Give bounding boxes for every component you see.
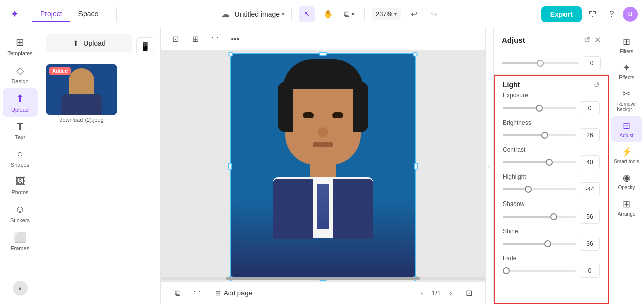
top-slider-value: 0 [583, 56, 601, 70]
undo-btn[interactable]: ↩ [406, 7, 421, 22]
frame-options-btn[interactable]: ⧉ ▾ [341, 6, 357, 22]
frames-icon: ⬜ [14, 231, 26, 243]
pan-tool-btn[interactable]: ✋ [320, 6, 336, 22]
light-title: Light [503, 81, 520, 89]
sidebar-item-frames[interactable]: ⬜ Frames [3, 227, 38, 255]
stickers-icon: ☺ [15, 204, 25, 215]
footer-right: ‹ 1/1 › ⊡ [416, 285, 477, 301]
exposure-thumb[interactable] [536, 105, 543, 112]
opacity-label: Opacity [618, 185, 635, 190]
logo-icon: ✦ [6, 6, 22, 22]
fade-thumb[interactable] [503, 267, 510, 274]
templates-icon: ⊞ [16, 36, 24, 48]
horizontal-scrollbar[interactable] [161, 277, 485, 280]
left-sidebar: ⊞ Templates ◇ Design ⬆ Upload T Text ○ S… [0, 28, 40, 304]
tab-space[interactable]: Space [70, 7, 107, 22]
handle-top-middle[interactable] [319, 52, 327, 56]
prev-page-btn[interactable]: ‹ [416, 287, 428, 299]
exposure-label: Exposure [503, 92, 600, 99]
text-icon: T [17, 121, 23, 132]
canvas-frame[interactable] [230, 53, 416, 279]
fit-page-btn[interactable]: ⊡ [461, 285, 477, 301]
delete-page-btn[interactable]: 🗑 [189, 285, 205, 301]
right-item-remove-bg[interactable]: ✂ Remove backgr... [611, 84, 642, 116]
export-btn[interactable]: Export [541, 6, 582, 22]
exposure-slider-track[interactable] [503, 107, 576, 109]
handle-middle-left[interactable] [228, 163, 232, 170]
sidebar-item-design[interactable]: ◇ Design [3, 60, 38, 88]
page-nav: ‹ 1/1 › [416, 287, 457, 299]
topbar-tabs: Project Space [32, 7, 106, 22]
design-icon: ◇ [16, 64, 24, 76]
shine-slider-track[interactable] [503, 243, 576, 245]
handle-top-right[interactable] [413, 52, 418, 57]
redo-btn[interactable]: ↪ [426, 7, 441, 22]
add-page-btn[interactable]: ⊞ Add page [209, 286, 258, 300]
right-item-adjust[interactable]: ⊟ Adjust [611, 116, 642, 142]
sidebar-item-templates[interactable]: ⊞ Templates [3, 32, 38, 60]
right-item-filters[interactable]: ⊞ Filters [611, 32, 642, 58]
user-avatar[interactable]: U [623, 7, 638, 22]
duplicate-page-btn[interactable]: ⧉ [169, 285, 185, 301]
contrast-thumb[interactable] [546, 159, 553, 166]
zoom-control[interactable]: 237% ▾ [372, 8, 401, 20]
sidebar-item-photos[interactable]: 🖼 Photos [3, 172, 38, 199]
file-title-btn[interactable]: Untitled image ▾ [235, 10, 285, 18]
light-reset-btn[interactable]: ↺ [594, 81, 600, 89]
right-item-opacity[interactable]: ◉ Opacity [611, 168, 642, 194]
adjust-close-btn[interactable]: ✕ [594, 35, 601, 45]
right-item-effects[interactable]: ✦ Effects [611, 58, 642, 84]
shadow-slider-track[interactable] [503, 216, 576, 218]
uploaded-image-card[interactable]: Added download (2).jpeg [46, 64, 117, 123]
divider [291, 8, 292, 20]
sidebar-item-upload[interactable]: ⬆ Upload [3, 88, 38, 117]
brightness-fill [503, 134, 545, 136]
panel-top-row: ⬆ Upload 📱 [46, 34, 154, 58]
highlight-value: -44 [580, 182, 600, 196]
sidebar-item-shapes[interactable]: ○ Shapes [3, 144, 38, 172]
top-slider-track[interactable] [502, 62, 579, 64]
more-options-btn[interactable]: ••• [227, 31, 244, 47]
brightness-thumb[interactable] [541, 132, 548, 139]
adjust-icon: ⊟ [623, 120, 630, 131]
contrast-slider-track[interactable] [503, 161, 576, 163]
align-btn[interactable]: ⊞ [187, 31, 203, 47]
adjust-reset-btn[interactable]: ↺ [584, 35, 590, 45]
file-chevron-icon: ▾ [282, 11, 284, 17]
help-btn[interactable]: ? [604, 6, 620, 22]
mobile-view-btn[interactable]: 📱 [136, 37, 154, 55]
canvas-body: Page 1 [161, 50, 485, 282]
crop-btn[interactable]: ⊡ [167, 31, 183, 47]
upload-button[interactable]: ⬆ Upload [46, 34, 132, 52]
brightness-slider-track[interactable] [503, 134, 576, 136]
sidebar-item-text[interactable]: T Text [3, 117, 38, 144]
next-page-btn[interactable]: › [445, 287, 457, 299]
shadow-controls: 56 [503, 210, 600, 224]
portrait-image [231, 54, 415, 278]
sidebar-collapse-btn[interactable]: ∨ [13, 281, 28, 296]
shadow-thumb[interactable] [550, 213, 557, 220]
shine-thumb[interactable] [544, 240, 551, 247]
zoom-value: 237% [376, 10, 392, 18]
delete-element-btn[interactable]: 🗑 [207, 31, 223, 47]
tab-project[interactable]: Project [32, 7, 70, 22]
sidebar-item-stickers[interactable]: ☺ Stickers [3, 199, 38, 227]
shield-btn[interactable]: 🛡 [585, 6, 601, 22]
shine-fill [503, 243, 548, 245]
top-slider-thumb[interactable] [537, 60, 544, 67]
highlight-slider-track[interactable] [503, 188, 576, 190]
upload-panel: ⬆ Upload 📱 Added download (2).jpeg [40, 28, 161, 304]
shine-controls: 36 [503, 237, 600, 251]
fade-slider-track[interactable] [503, 270, 576, 272]
arrange-label: Arrange [618, 211, 636, 217]
top-slider: 0 [502, 56, 601, 70]
handle-middle-right[interactable] [414, 163, 418, 170]
right-item-arrange[interactable]: ⊞ Arrange [611, 194, 642, 221]
highlight-thumb[interactable] [525, 186, 532, 193]
handle-top-left[interactable] [228, 52, 233, 57]
contrast-row: Contrast 40 [503, 146, 600, 169]
panel-collapse-handle[interactable]: › [485, 28, 493, 304]
right-item-smart-tools[interactable]: ⚡ Smart tools [611, 142, 642, 168]
fade-row: Fade 0 [503, 255, 600, 278]
select-tool-btn[interactable]: ↖ [299, 6, 315, 22]
